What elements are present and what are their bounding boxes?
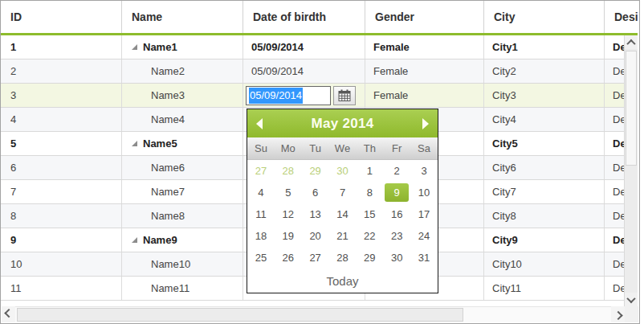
column-header-name[interactable]: Name: [122, 1, 243, 33]
column-header-dob[interactable]: Date of birdth: [243, 1, 365, 33]
horizontal-scrollbar[interactable]: [2, 306, 638, 322]
cell-name[interactable]: Name2: [122, 59, 243, 83]
calendar-day[interactable]: 13: [302, 203, 329, 225]
calendar-day[interactable]: 28: [329, 247, 357, 269]
cell-city[interactable]: City4: [484, 108, 605, 131]
calendar-title[interactable]: May 2014: [311, 116, 373, 132]
cell-id[interactable]: 6: [1, 156, 122, 179]
column-header-designation[interactable]: Design: [605, 1, 638, 33]
vertical-scrollbar-track[interactable]: [625, 49, 638, 293]
table-row: 3Name305/09/2014FemaleCity3Dev: [1, 84, 638, 108]
cell-id[interactable]: 4: [1, 108, 122, 131]
calendar-day[interactable]: 25: [247, 247, 275, 269]
group-expander-icon[interactable]: [132, 237, 137, 243]
cell-city[interactable]: City3: [484, 84, 605, 107]
calendar-day[interactable]: 6: [302, 182, 329, 203]
cell-id[interactable]: 9: [1, 228, 122, 252]
calendar-day[interactable]: 4: [247, 182, 275, 203]
calendar-day[interactable]: 31: [410, 247, 438, 269]
calendar-day[interactable]: 2: [383, 160, 410, 182]
calendar-day[interactable]: 16: [383, 203, 410, 225]
calendar-day[interactable]: 11: [247, 203, 275, 225]
cell-id[interactable]: 7: [1, 180, 122, 203]
calendar-day[interactable]: 28: [275, 160, 302, 182]
calendar-day[interactable]: 30: [383, 247, 410, 269]
vertical-scrollbar-thumb[interactable]: [626, 51, 637, 166]
calendar-day[interactable]: 20: [302, 225, 329, 247]
cell-id[interactable]: 2: [1, 59, 122, 83]
calendar-day[interactable]: 24: [410, 225, 438, 247]
cell-name[interactable]: Name1: [122, 35, 243, 59]
cell-gender[interactable]: Female: [365, 35, 484, 59]
cell-id[interactable]: 1: [1, 35, 122, 59]
calendar-day[interactable]: 10: [410, 182, 438, 203]
group-expander-icon[interactable]: [132, 44, 137, 50]
calendar-day[interactable]: 30: [329, 160, 357, 182]
scroll-up-button[interactable]: [625, 35, 638, 49]
calendar-day[interactable]: 27: [302, 247, 329, 269]
calendar-today-button[interactable]: Today: [326, 274, 358, 288]
scroll-left-button[interactable]: [2, 306, 15, 322]
calendar-day[interactable]: 19: [275, 225, 302, 247]
calendar-day[interactable]: 29: [356, 247, 383, 269]
column-header-id[interactable]: ID: [1, 1, 122, 33]
horizontal-scrollbar-track[interactable]: [15, 306, 611, 322]
calendar-day[interactable]: 15: [356, 203, 383, 225]
cell-id[interactable]: 10: [1, 252, 122, 276]
cell-name[interactable]: Name5: [122, 132, 243, 155]
cell-name[interactable]: Name6: [122, 156, 243, 179]
dob-editor-input[interactable]: 05/09/2014: [246, 86, 331, 105]
cell-city[interactable]: City5: [484, 132, 605, 155]
calendar-day[interactable]: 26: [275, 247, 302, 269]
cell-id[interactable]: 5: [1, 132, 122, 155]
cell-city[interactable]: City8: [484, 204, 605, 228]
cell-name[interactable]: Name8: [122, 204, 243, 228]
scroll-right-button[interactable]: [611, 306, 625, 322]
calendar-day[interactable]: 1: [356, 160, 383, 182]
cell-dob[interactable]: 05/09/2014: [243, 59, 365, 83]
cell-name[interactable]: Name3: [122, 84, 243, 107]
cell-name[interactable]: Name9: [122, 228, 243, 252]
cell-city[interactable]: City2: [484, 59, 605, 83]
cell-city[interactable]: City11: [484, 277, 605, 300]
calendar-day[interactable]: 29: [302, 160, 329, 182]
cell-city[interactable]: City10: [484, 252, 605, 276]
cell-dob[interactable]: 05/09/2014: [243, 35, 365, 59]
calendar-toggle-button[interactable]: [333, 86, 356, 105]
calendar-day[interactable]: 8: [356, 182, 383, 203]
calendar-day[interactable]: 3: [410, 160, 438, 182]
calendar-day[interactable]: 27: [247, 160, 275, 182]
calendar-day[interactable]: 14: [329, 203, 357, 225]
cell-id[interactable]: 3: [1, 84, 122, 107]
calendar-day-selected[interactable]: 9: [385, 183, 409, 202]
cell-name[interactable]: Name4: [122, 108, 243, 131]
cell-dob[interactable]: 05/09/2014: [243, 84, 365, 107]
horizontal-scrollbar-thumb[interactable]: [17, 308, 463, 322]
cell-name[interactable]: Name7: [122, 180, 243, 203]
calendar-day[interactable]: 7: [329, 182, 357, 203]
cell-city[interactable]: City1: [484, 35, 605, 59]
cell-gender[interactable]: Female: [365, 59, 484, 83]
cell-id[interactable]: 8: [1, 204, 122, 228]
vertical-scrollbar[interactable]: [624, 35, 638, 306]
calendar-prev-icon[interactable]: [256, 118, 263, 129]
column-header-city[interactable]: City: [484, 1, 605, 33]
calendar-day[interactable]: 22: [356, 225, 383, 247]
calendar-day[interactable]: 5: [275, 182, 302, 203]
cell-name[interactable]: Name10: [122, 252, 243, 276]
calendar-day[interactable]: 21: [329, 225, 357, 247]
cell-city[interactable]: City6: [484, 156, 605, 179]
cell-id[interactable]: 11: [1, 277, 122, 300]
scroll-down-button[interactable]: [625, 293, 638, 306]
cell-gender[interactable]: Female: [365, 84, 484, 107]
calendar-day[interactable]: 18: [247, 225, 275, 247]
cell-name[interactable]: Name11: [122, 277, 243, 300]
cell-city[interactable]: City9: [484, 228, 605, 252]
calendar-day[interactable]: 23: [383, 225, 410, 247]
cell-city[interactable]: City7: [484, 180, 605, 203]
calendar-next-icon[interactable]: [422, 118, 429, 129]
calendar-day[interactable]: 17: [410, 203, 438, 225]
calendar-day[interactable]: 12: [275, 203, 302, 225]
column-header-gender[interactable]: Gender: [365, 1, 484, 33]
group-expander-icon[interactable]: [132, 141, 137, 146]
